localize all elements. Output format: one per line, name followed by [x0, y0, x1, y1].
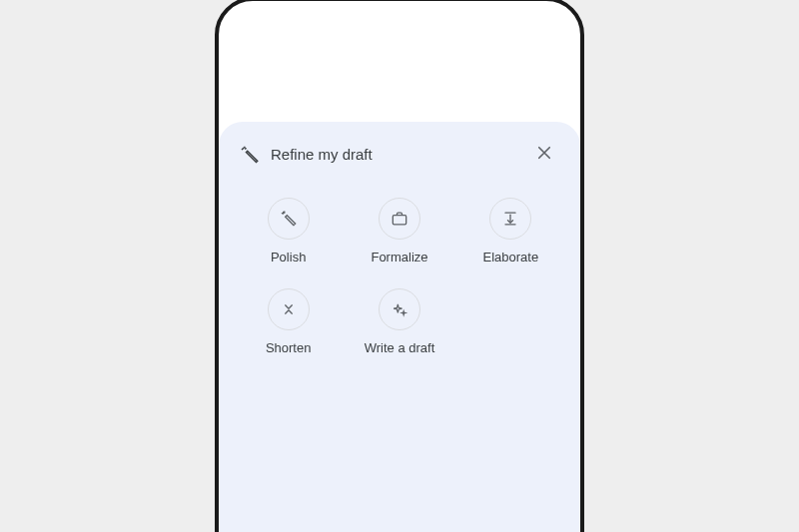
phone-frame: Refine my draft Polish — [215, 0, 584, 532]
sheet-header: Refine my draft — [233, 140, 566, 170]
collapse-vertical-icon — [268, 288, 310, 330]
close-button[interactable] — [530, 141, 558, 169]
options-grid: Polish Formalize — [233, 170, 566, 369]
briefcase-icon — [379, 198, 420, 240]
option-label: Elaborate — [483, 250, 539, 265]
option-label: Polish — [271, 250, 306, 265]
option-shorten[interactable]: Shorten — [235, 282, 342, 369]
option-label: Formalize — [371, 250, 427, 265]
magic-pen-icon — [237, 143, 261, 167]
option-elaborate[interactable]: Elaborate — [457, 192, 564, 278]
svg-rect-0 — [393, 215, 405, 224]
expand-vertical-icon — [489, 198, 531, 240]
sparkles-icon — [379, 288, 420, 330]
close-icon — [535, 144, 553, 165]
option-formalize[interactable]: Formalize — [346, 192, 452, 278]
option-label: Write a draft — [365, 340, 435, 355]
option-label: Shorten — [266, 340, 312, 355]
option-write-draft[interactable]: Write a draft — [346, 282, 452, 369]
option-polish[interactable]: Polish — [235, 192, 342, 278]
sheet-title: Refine my draft — [271, 146, 530, 163]
magic-wand-icon — [268, 198, 310, 240]
refine-bottom-sheet: Refine my draft Polish — [219, 122, 580, 533]
